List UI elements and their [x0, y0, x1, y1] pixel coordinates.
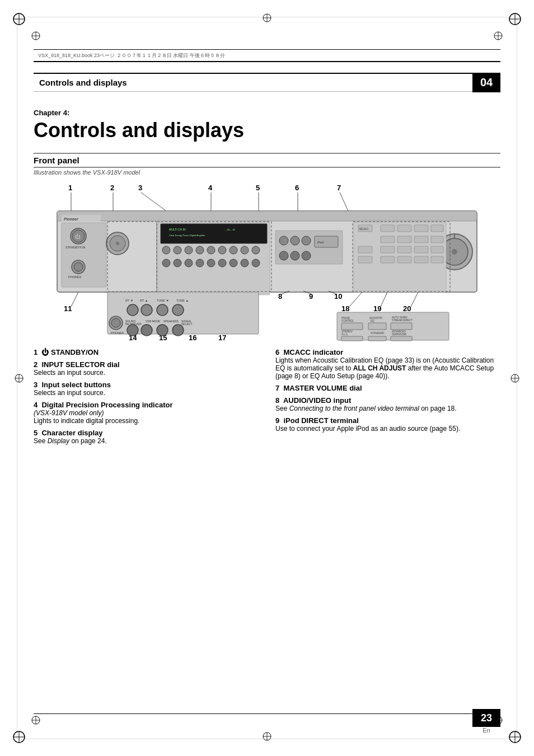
callout-5: 5	[256, 184, 260, 192]
desc-title-2: INPUT SELECTOR dial	[38, 360, 119, 369]
top-border-line	[34, 62, 500, 62]
svg-rect-38	[57, 211, 477, 221]
desc-body-9: Use to connect your Apple iPod as an aud…	[275, 425, 500, 433]
svg-point-64	[229, 246, 237, 254]
svg-text:17: 17	[218, 334, 226, 342]
reg-mark-br	[507, 729, 523, 745]
svg-point-73	[229, 259, 237, 267]
svg-text:iPod: iPod	[317, 241, 324, 244]
device-svg: 1 2 3 4 5 6 7 Pioneer	[34, 180, 500, 342]
svg-text:SELECT: SELECT	[181, 322, 192, 326]
svg-point-74	[241, 259, 249, 267]
svg-point-143	[127, 325, 138, 336]
desc-columns: 1 ⏻ STANDBY/ON 2 INPUT SELECTOR dial Sel…	[34, 348, 500, 449]
front-panel-subtitle: Illustration shows the VSX-918V model	[34, 169, 500, 176]
svg-point-65	[241, 246, 249, 254]
svg-text:Pioneer: Pioneer	[64, 217, 79, 221]
svg-point-62	[207, 246, 215, 254]
reg-mark-tr	[507, 11, 523, 27]
desc-body-5: See Display on page 24.	[34, 437, 259, 445]
main-content: Controls and displays 04 Chapter 4: Cont…	[34, 73, 500, 449]
svg-text:SURROUND: SURROUND	[392, 333, 407, 336]
desc-title-3: Input select buttons	[38, 381, 111, 389]
svg-point-146	[172, 325, 184, 336]
svg-rect-101	[397, 246, 411, 253]
svg-text:SPEAKERS: SPEAKERS	[163, 320, 179, 323]
svg-point-81	[291, 236, 299, 245]
svg-rect-92	[397, 225, 411, 232]
svg-rect-172	[368, 336, 386, 341]
svg-rect-93	[414, 225, 428, 232]
section-title-bar: Controls and displays 04	[34, 73, 500, 92]
desc-title-8: AUDIO/VIDEO input	[279, 396, 351, 405]
reg-mark-tl	[11, 11, 27, 27]
callout-3: 3	[138, 184, 142, 192]
svg-rect-102	[414, 246, 428, 253]
desc-body-8: See Connecting to the front panel video …	[275, 405, 500, 412]
svg-rect-173	[391, 336, 412, 341]
desc-title-7: MASTER VOLUME dial	[279, 384, 362, 392]
desc-body-2: Selects an input source.	[34, 369, 259, 377]
svg-point-145	[157, 325, 168, 336]
desc-entry-4: 4 Digital Precision Processing indicator…	[34, 401, 259, 425]
svg-text:STANDARD: STANDARD	[371, 332, 385, 335]
svg-text:8: 8	[278, 292, 282, 300]
svg-rect-103	[431, 246, 443, 253]
svg-text:A.L.C.: A.L.C.	[341, 333, 349, 336]
svg-text:Clear Energy Power Digital Amp: Clear Energy Power Digital Amplifier	[169, 234, 205, 237]
front-panel-title: Front panel	[34, 156, 500, 168]
svg-rect-97	[414, 236, 428, 243]
callout-1: 1	[68, 184, 72, 192]
desc-title-6: MCACC indicator	[279, 348, 343, 356]
svg-point-85	[279, 251, 288, 260]
descriptions-container: 1 ⏻ STANDBY/ON 2 INPUT SELECTOR dial Sel…	[34, 348, 500, 449]
svg-rect-94	[431, 225, 443, 232]
svg-point-86	[291, 251, 299, 260]
svg-point-70	[196, 259, 204, 267]
svg-text:CONTROL: CONTROL	[341, 320, 354, 322]
desc-body-4-italic: (VSX-918V model only)	[34, 409, 259, 417]
svg-point-134	[141, 304, 152, 316]
chapter-title: Controls and displays	[34, 119, 500, 142]
svg-text:STREAM DIRECT: STREAM DIRECT	[392, 319, 413, 322]
corner-mark-tr	[490, 28, 506, 44]
svg-text:STANDBY/ON: STANDBY/ON	[65, 246, 85, 249]
svg-point-136	[172, 304, 184, 316]
svg-text:RT ▲: RT ▲	[140, 299, 148, 302]
page-number-box: 23	[472, 709, 500, 727]
desc-title-4: Digital Precision Processing indicator	[38, 401, 172, 409]
svg-point-60	[185, 246, 193, 254]
reg-mark-ml	[11, 370, 27, 386]
svg-rect-165	[391, 323, 412, 330]
svg-line-153	[349, 292, 362, 307]
svg-point-69	[185, 259, 193, 267]
svg-text:11: 11	[64, 304, 72, 313]
reg-mark-bl	[11, 729, 27, 745]
header-file-info: VSX_918_818_KU.book 23ページ ２００７年１１月２８日 水曜…	[38, 52, 225, 59]
desc-body-3: Selects an input source.	[34, 389, 259, 397]
svg-point-63	[218, 246, 226, 254]
desc-col-left: 1 ⏻ STANDBY/ON 2 INPUT SELECTOR dial Sel…	[34, 348, 259, 449]
svg-text:19: 19	[373, 304, 381, 313]
svg-point-71	[207, 259, 215, 267]
callout-6: 6	[295, 184, 299, 192]
chapter-heading: Chapter 4: Controls and displays	[34, 109, 500, 142]
section-title: Controls and displays	[34, 78, 472, 87]
svg-rect-105	[381, 256, 395, 263]
svg-point-87	[302, 251, 311, 260]
svg-point-52	[116, 242, 119, 245]
svg-text:PHONES: PHONES	[111, 331, 124, 335]
desc-entry-6: 6 MCACC indicator Lights when Acoustic C…	[275, 348, 500, 380]
svg-rect-98	[431, 236, 443, 243]
svg-text:PHONES: PHONES	[68, 275, 82, 279]
svg-text:TUNE ▼: TUNE ▼	[157, 299, 169, 302]
chapter-number-box: 04	[472, 73, 500, 92]
svg-text:---W+---W: ---W+---W	[225, 228, 235, 231]
reg-mark-bottom-center	[259, 729, 275, 746]
svg-text:RT ▼: RT ▼	[125, 299, 133, 302]
callout-2: 2	[110, 184, 114, 192]
svg-text:16: 16	[189, 334, 196, 342]
svg-point-133	[127, 304, 138, 316]
svg-text:MULTI CH IN: MULTI CH IN	[169, 228, 186, 231]
desc-body-4: Lights to indicate digital processing.	[34, 417, 259, 425]
